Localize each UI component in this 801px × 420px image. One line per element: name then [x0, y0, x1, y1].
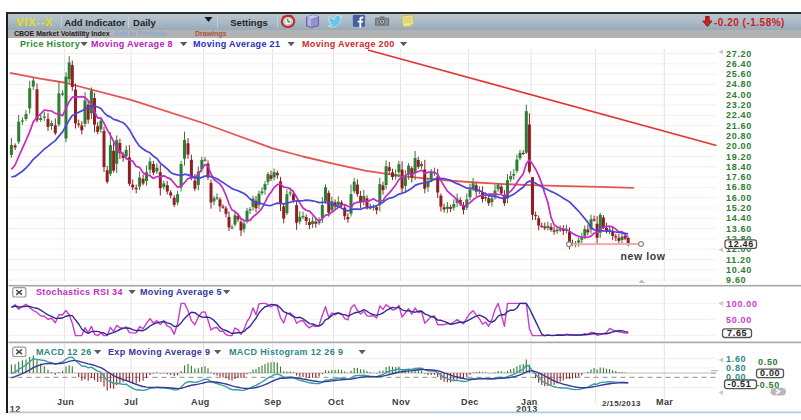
svg-text:Jun: Jun: [57, 397, 74, 407]
svg-text:Dec: Dec: [461, 397, 479, 407]
svg-text:Jul: Jul: [124, 397, 138, 407]
svg-text:15.20: 15.20: [726, 203, 752, 213]
svg-text:Nov: Nov: [392, 397, 410, 407]
svg-text:7.65: 7.65: [727, 328, 747, 338]
svg-text:Oct: Oct: [328, 397, 344, 407]
svg-text:0.50: 0.50: [758, 357, 778, 367]
svg-text:26.40: 26.40: [726, 59, 752, 69]
svg-text:-0.51: -0.51: [728, 379, 752, 389]
svg-text:27.20: 27.20: [726, 49, 752, 59]
svg-text:Moving Average 5: Moving Average 5: [140, 287, 222, 297]
svg-text:Moving Average 200: Moving Average 200: [302, 39, 395, 49]
svg-text:Moving Average 8: Moving Average 8: [91, 39, 173, 49]
svg-text:new low: new low: [621, 250, 666, 262]
svg-text:-0.20 (-1.58%): -0.20 (-1.58%): [714, 17, 785, 28]
svg-text:Mar: Mar: [656, 397, 673, 407]
svg-text:14.40: 14.40: [726, 213, 752, 223]
svg-text:9.60: 9.60: [726, 275, 746, 285]
svg-text:19.20: 19.20: [726, 152, 752, 162]
svg-text:25.60: 25.60: [726, 69, 752, 79]
svg-text:MACD 12 26: MACD 12 26: [36, 347, 92, 357]
svg-text:18.40: 18.40: [726, 162, 752, 172]
svg-text:10.40: 10.40: [726, 265, 752, 275]
svg-text:22.40: 22.40: [726, 110, 752, 120]
svg-text:100.00: 100.00: [726, 299, 758, 309]
svg-text:11.20: 11.20: [726, 255, 752, 265]
svg-text:16.80: 16.80: [726, 182, 752, 192]
svg-text:24.80: 24.80: [726, 79, 752, 89]
svg-text:Aug: Aug: [191, 397, 210, 407]
svg-text:MACD Histogram 12 26 9: MACD Histogram 12 26 9: [229, 347, 343, 357]
svg-text:50.00: 50.00: [726, 315, 752, 325]
svg-text:Price History: Price History: [20, 39, 80, 49]
svg-text:Moving Average 21: Moving Average 21: [193, 39, 280, 49]
svg-text:12.46: 12.46: [728, 239, 754, 249]
svg-text:2/15/2013: 2/15/2013: [602, 399, 641, 408]
svg-text:23.20: 23.20: [726, 100, 752, 110]
svg-text:Sep: Sep: [264, 397, 282, 407]
svg-text:21.60: 21.60: [726, 121, 752, 131]
svg-text:13.60: 13.60: [726, 224, 752, 234]
svg-text:0.00: 0.00: [760, 368, 780, 378]
svg-text:Exp Moving Average 9: Exp Moving Average 9: [108, 347, 210, 357]
svg-text:20.80: 20.80: [726, 131, 752, 141]
svg-text:16.00: 16.00: [726, 193, 752, 203]
svg-text:24.00: 24.00: [726, 90, 752, 100]
svg-text:17.60: 17.60: [726, 172, 752, 182]
svg-text:Stochastics RSI 34: Stochastics RSI 34: [36, 287, 123, 297]
svg-text:20.00: 20.00: [726, 141, 752, 151]
